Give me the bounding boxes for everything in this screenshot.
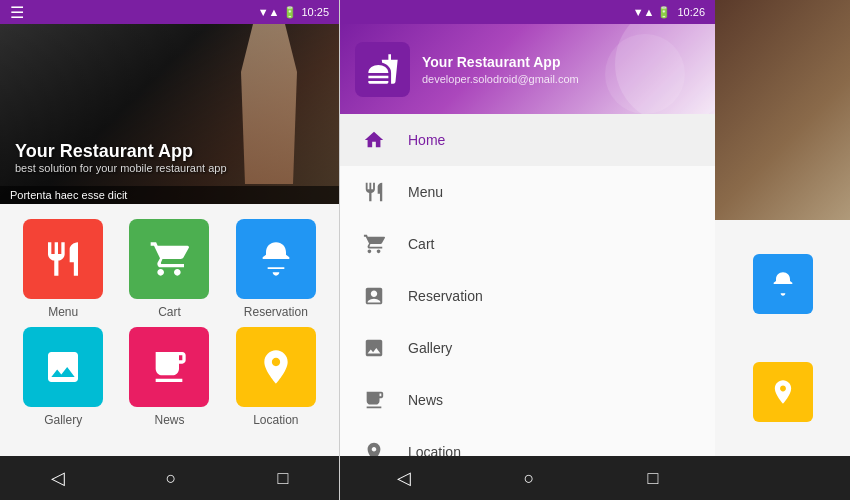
- bottom-nav-left: ◁ ○ □: [0, 456, 339, 500]
- location-menu-icon: [360, 438, 388, 456]
- menu-item-home[interactable]: Home: [340, 114, 715, 166]
- status-icons: ▼▲ 🔋 10:25: [258, 6, 329, 19]
- menu-label: Menu: [48, 305, 78, 319]
- back-button-left[interactable]: ◁: [51, 467, 65, 489]
- gallery-icon-box[interactable]: [23, 327, 103, 407]
- fork-knife-icon: [43, 239, 83, 279]
- phone-partial: [715, 0, 850, 500]
- grid-item-reservation[interactable]: Reservation: [231, 219, 321, 319]
- gallery-label: Gallery: [44, 413, 82, 427]
- grid-item-cart[interactable]: Cart: [124, 219, 214, 319]
- drawer-app-name: Your Restaurant App: [422, 54, 579, 70]
- drawer-avatar: [355, 42, 410, 97]
- hero-text: Your Restaurant App best solution for yo…: [15, 141, 227, 174]
- grid-item-menu[interactable]: Menu: [18, 219, 108, 319]
- menu-menu-icon: [360, 178, 388, 206]
- grid-section: Menu Cart Reservation: [0, 204, 339, 456]
- news-icon: [149, 347, 189, 387]
- time-left: 10:25: [301, 6, 329, 18]
- grid-row-1: Menu Cart Reservation: [10, 219, 329, 319]
- reservation-label: Reservation: [244, 305, 308, 319]
- gallery-menu-icon: [360, 334, 388, 362]
- partial-hero: [715, 0, 850, 220]
- hero-title: Your Restaurant App: [15, 141, 227, 162]
- hero-image: Your Restaurant App best solution for yo…: [0, 24, 339, 204]
- location-label: Location: [253, 413, 298, 427]
- drawer-info: Your Restaurant App developer.solodroid@…: [422, 54, 579, 85]
- grid-item-news[interactable]: News: [124, 327, 214, 427]
- chef-decoration: [229, 24, 309, 184]
- drawer-header: Your Restaurant App developer.solodroid@…: [340, 24, 715, 114]
- reservation-icon-box[interactable]: [236, 219, 316, 299]
- cart-icon: [149, 239, 189, 279]
- news-menu-label: News: [408, 392, 443, 408]
- home-button-left[interactable]: ○: [166, 468, 177, 489]
- partial-row-2: [720, 362, 845, 422]
- home-button-right[interactable]: ○: [524, 468, 535, 489]
- reservation-menu-label: Reservation: [408, 288, 483, 304]
- menu-menu-label: Menu: [408, 184, 443, 200]
- signal-right: ▼▲ 🔋: [633, 6, 672, 19]
- home-menu-icon: [360, 126, 388, 154]
- cart-icon-box[interactable]: [129, 219, 209, 299]
- hamburger-icon[interactable]: ☰: [10, 3, 24, 22]
- menu-item-gallery[interactable]: Gallery: [340, 322, 715, 374]
- grid-item-location[interactable]: Location: [231, 327, 321, 427]
- cart-menu-icon: [360, 230, 388, 258]
- menu-item-news[interactable]: News: [340, 374, 715, 426]
- image-icon: [43, 347, 83, 387]
- grid-item-gallery[interactable]: Gallery: [18, 327, 108, 427]
- bottom-nav-right: ◁ ○ □: [340, 456, 715, 500]
- status-bar-right: ▼▲ 🔋 10:26: [340, 0, 715, 24]
- battery-icon: 🔋: [283, 6, 297, 19]
- signal-icon: ▼▲: [258, 6, 280, 18]
- menu-item-reservation[interactable]: Reservation: [340, 270, 715, 322]
- hero-subtitle: best solution for your mobile restaurant…: [15, 162, 227, 174]
- partial-location-icon: [753, 362, 813, 422]
- status-bar-left: ☰ ▼▲ 🔋 10:25: [0, 0, 339, 24]
- partial-bottom-nav: [715, 456, 850, 500]
- home-menu-label: Home: [408, 132, 445, 148]
- cart-menu-label: Cart: [408, 236, 434, 252]
- drawer-email: developer.solodroid@gmail.com: [422, 73, 579, 85]
- menu-item-menu[interactable]: Menu: [340, 166, 715, 218]
- recent-button-left[interactable]: □: [278, 468, 289, 489]
- recent-button-right[interactable]: □: [648, 468, 659, 489]
- news-label: News: [154, 413, 184, 427]
- reservation-menu-icon: [360, 282, 388, 310]
- phone-left: ☰ ▼▲ 🔋 10:25 Your Restaurant App best so…: [0, 0, 340, 500]
- drawer-menu: Home Menu Cart Reser: [340, 114, 715, 456]
- back-button-right[interactable]: ◁: [397, 467, 411, 489]
- phone-right: ▼▲ 🔋 10:26 Your Restaurant App developer…: [340, 0, 715, 500]
- grid-row-2: Gallery News Location: [10, 327, 329, 427]
- map-pin-icon: [256, 347, 296, 387]
- menu-item-cart[interactable]: Cart: [340, 218, 715, 270]
- cart-label: Cart: [158, 305, 181, 319]
- location-menu-label: Location: [408, 444, 461, 456]
- bell-icon: [256, 239, 296, 279]
- partial-row-1: [720, 254, 845, 314]
- partial-reservation-icon: [753, 254, 813, 314]
- menu-icon-box[interactable]: [23, 219, 103, 299]
- menu-item-location[interactable]: Location: [340, 426, 715, 456]
- restaurant-logo-icon: [367, 53, 399, 85]
- ticker: Portenta haec esse dicit: [0, 186, 339, 204]
- news-menu-icon: [360, 386, 388, 414]
- news-icon-box[interactable]: [129, 327, 209, 407]
- partial-grid: [715, 220, 850, 456]
- gallery-menu-label: Gallery: [408, 340, 452, 356]
- location-icon-box[interactable]: [236, 327, 316, 407]
- time-right: 10:26: [677, 6, 705, 18]
